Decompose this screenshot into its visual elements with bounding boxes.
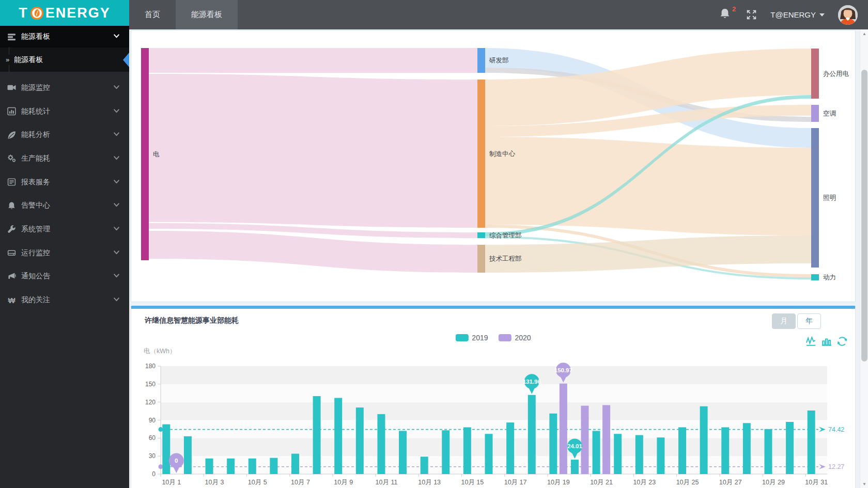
scrollbar-thumb[interactable] (861, 70, 867, 361)
bar-2019-day5[interactable] (249, 459, 256, 474)
bar-2019-day24[interactable] (657, 437, 664, 474)
sidebar-item-9[interactable]: 通知公告 (0, 265, 129, 289)
report-icon (7, 178, 16, 186)
bar-2019-day16[interactable] (485, 434, 493, 474)
x-tick-label: 10月 11 (376, 479, 398, 486)
svg-text:24.01: 24.01 (567, 443, 582, 449)
dashboard-icon (7, 33, 16, 41)
sidebar-item-8[interactable]: 运行监控 (0, 241, 129, 265)
sidebar-subitem-energy-board[interactable]: » 能源看板 (0, 48, 129, 72)
sidebar-item-6[interactable]: 告警中心 (0, 194, 129, 217)
scroll-down-arrow[interactable]: ▼ (860, 480, 868, 488)
avatar[interactable] (838, 5, 858, 25)
avatar-image (838, 5, 858, 25)
period-toggle: 月 年 (772, 313, 821, 329)
sankey-node-label-yanfa: 研发部 (489, 57, 509, 64)
leaf-icon (7, 131, 16, 139)
bar-2019-day1[interactable] (162, 424, 170, 474)
bar-2019-day31[interactable] (808, 411, 815, 474)
bar-2019-day4[interactable] (227, 459, 235, 474)
bar-2019-day18[interactable] (528, 395, 536, 474)
bar-2019-day20[interactable] (571, 460, 579, 474)
megaphone-icon (7, 272, 16, 281)
sidebar-item-label: 能耗统计 (21, 107, 50, 116)
brand-logo[interactable]: T ENERGY (0, 0, 129, 26)
sankey-node-yanfa[interactable] (477, 48, 485, 73)
bar-2019-day15[interactable] (463, 427, 471, 474)
bar-2019-day11[interactable] (377, 414, 385, 474)
svg-text:₩: ₩ (8, 296, 16, 304)
sidebar-item-3[interactable]: 能耗分析 (0, 123, 129, 147)
bar-2019-day21[interactable] (593, 431, 600, 474)
svg-text:131.96: 131.96 (523, 379, 541, 385)
bar-2019-day26[interactable] (700, 406, 708, 474)
sankey-node-kongtiao[interactable] (811, 105, 819, 122)
bell-icon (719, 7, 731, 20)
tab-home[interactable]: 首页 (129, 0, 176, 29)
chevron-down-icon (112, 200, 121, 209)
sidebar-item-energy-board[interactable]: 能源看板 (0, 26, 129, 48)
bar-2019-day28[interactable] (743, 423, 751, 474)
bar-2019-day19[interactable] (549, 414, 557, 474)
bar-2020-day19[interactable] (560, 384, 567, 474)
tab-energy-board[interactable]: 能源看板 (176, 0, 238, 29)
sankey-node-jishu[interactable] (477, 245, 485, 273)
bar-2019-day7[interactable] (291, 454, 299, 474)
toggle-month-button[interactable]: 月 (772, 313, 796, 329)
scroll-up-arrow[interactable]: ▲ (860, 29, 868, 38)
bar-2019-day14[interactable] (442, 430, 450, 474)
page-scrollbar[interactable]: ▲ ▼ (860, 29, 868, 488)
sidebar-item-label: 生产能耗 (21, 154, 50, 163)
x-tick-label: 10月 9 (334, 479, 353, 486)
x-tick-label: 10月 25 (676, 479, 699, 486)
bar-2019-day30[interactable] (786, 422, 794, 474)
sankey-node-bangong[interactable] (811, 49, 819, 99)
y-tick-label: 90 (149, 417, 156, 424)
bar-2019-day23[interactable] (636, 435, 643, 474)
bar-2020-day20[interactable] (581, 406, 588, 474)
sidebar-item-7[interactable]: 系统管理 (0, 217, 129, 241)
x-tick-label: 10月 17 (504, 479, 527, 486)
brand-text-right: ENERGY (45, 5, 111, 21)
chevron-down-icon (112, 32, 121, 42)
sankey-node-dian[interactable] (141, 48, 149, 260)
sankey-node-label-dian: 电 (153, 151, 160, 158)
sidebar-item-label: 报表服务 (21, 178, 50, 187)
sankey-node-zonghe[interactable] (477, 232, 485, 238)
fullscreen-icon[interactable] (746, 9, 757, 20)
sankey-link-dian-yanfa (149, 48, 477, 73)
alarm-bell-icon (7, 201, 16, 210)
bar-2019-day17[interactable] (506, 422, 514, 474)
bar-2019-day8[interactable] (313, 396, 321, 474)
sankey-node-zhaoming[interactable] (811, 128, 819, 267)
bar-2019-day9[interactable] (334, 398, 342, 474)
won-icon: ₩ (7, 296, 16, 305)
bar-2019-day2[interactable] (184, 436, 192, 474)
user-menu[interactable]: T@ENERGY (770, 10, 825, 19)
sidebar-item-2[interactable]: 能耗统计 (0, 100, 129, 123)
bar-2019-day27[interactable] (721, 427, 729, 474)
bar-2019-day3[interactable] (206, 459, 213, 474)
sidebar-item-4[interactable]: 生产能耗 (0, 147, 129, 170)
bar-2019-day12[interactable] (399, 431, 407, 474)
sidebar-item-1[interactable]: 能源监控 (0, 76, 129, 100)
toggle-year-button[interactable]: 年 (797, 313, 821, 329)
svg-text:0: 0 (175, 458, 178, 464)
top-bar: 首页 能源看板 2 T@ENERGY (0, 0, 868, 29)
sankey-node-dongli[interactable] (811, 274, 819, 280)
bar-2019-day10[interactable] (356, 407, 364, 474)
bar-2019-day29[interactable] (764, 429, 772, 474)
bar-2019-day22[interactable] (614, 434, 622, 474)
chevron-down-icon (112, 32, 121, 40)
bar-2019-day6[interactable] (270, 458, 277, 474)
sidebar-item-5[interactable]: 报表服务 (0, 170, 129, 194)
sankey-node-zhizao[interactable] (477, 80, 485, 228)
bar-2019-day25[interactable] (678, 427, 686, 474)
bar-2020-day21[interactable] (602, 405, 610, 474)
toggle-month-label: 月 (780, 317, 787, 326)
notification-bell[interactable]: 2 (719, 7, 733, 23)
sidebar-item-10[interactable]: ₩我的关注 (0, 288, 129, 312)
bar-2019-day13[interactable] (421, 456, 428, 474)
sidebar-item-label: 能耗分析 (21, 130, 50, 139)
y-tick-label: 150 (145, 381, 156, 388)
